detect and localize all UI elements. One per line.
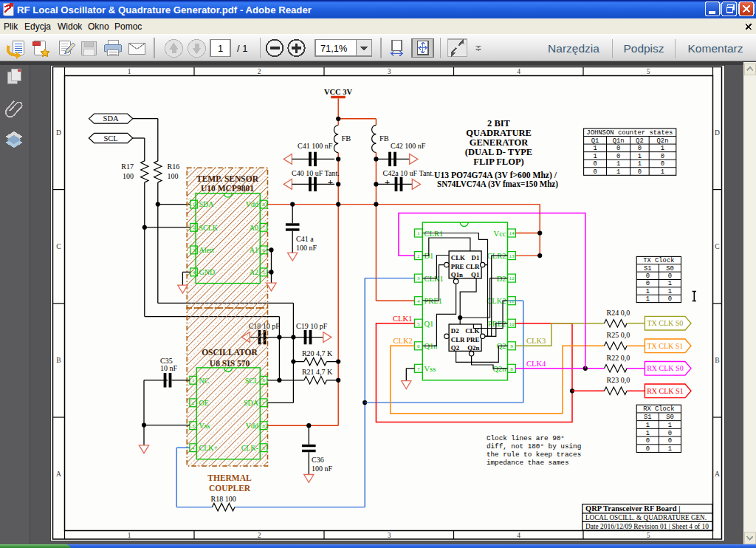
svg-text:Q1n: Q1n	[613, 137, 625, 145]
svg-text:SCL: SCL	[103, 134, 117, 143]
svg-text:100: 100	[168, 172, 179, 180]
svg-text:2: 2	[193, 225, 195, 230]
svg-text:8: 8	[262, 377, 264, 383]
svg-text:Vss: Vss	[199, 422, 210, 430]
svg-text:R24 0,0: R24 0,0	[607, 309, 630, 317]
svg-text:100 nF: 100 nF	[312, 465, 333, 473]
svg-text:1: 1	[417, 230, 420, 236]
svg-text:Alert: Alert	[199, 246, 215, 254]
svg-text:5: 5	[417, 321, 420, 327]
svg-text:U8 SIS 570: U8 SIS 570	[210, 359, 250, 368]
svg-text:Q2: Q2	[636, 137, 644, 145]
svg-text:A2: A2	[250, 268, 258, 276]
svg-text:0: 0	[668, 295, 672, 303]
svg-text:SCL: SCL	[245, 377, 258, 385]
svg-text:71,1%: 71,1%	[320, 43, 347, 54]
svg-text:3: 3	[192, 423, 194, 428]
svg-text:8: 8	[510, 366, 513, 372]
svg-text:Komentarz: Komentarz	[688, 42, 743, 55]
svg-text:Q2n: Q2n	[467, 344, 479, 352]
svg-text:U10 MCP9801: U10 MCP9801	[201, 184, 254, 193]
svg-text:R22 0,0: R22 0,0	[607, 354, 630, 362]
svg-text:10 nF: 10 nF	[160, 364, 178, 372]
svg-text:QRP Transceiver RF Board |: QRP Transceiver RF Board |	[585, 504, 681, 513]
svg-text:D2: D2	[451, 327, 459, 335]
svg-text:0: 0	[616, 153, 620, 160]
svg-text:2: 2	[192, 400, 194, 405]
svg-text:CLK4: CLK4	[526, 360, 546, 368]
svg-text:1: 1	[616, 168, 620, 176]
svg-text:1: 1	[616, 160, 620, 168]
svg-text:RX CLK S0: RX CLK S0	[647, 364, 683, 372]
svg-text:C: C	[56, 243, 61, 250]
svg-text:4: 4	[517, 68, 520, 75]
svg-text:10: 10	[509, 321, 515, 327]
svg-text:Q1: Q1	[591, 137, 599, 145]
svg-text:S1: S1	[644, 265, 652, 273]
svg-text:S1: S1	[644, 414, 652, 421]
svg-text:D: D	[715, 129, 720, 137]
svg-text:SN74LVC74A (3V fmax=150 Mhz): SN74LVC74A (3V fmax=150 Mhz)	[437, 179, 558, 189]
svg-text:/ 1: / 1	[237, 43, 247, 54]
svg-text:A: A	[56, 470, 61, 478]
svg-text:B: B	[56, 357, 61, 364]
svg-text:0: 0	[638, 168, 642, 176]
svg-text:TX Clock: TX Clock	[643, 257, 674, 264]
svg-text:11: 11	[509, 298, 515, 304]
svg-text:9: 9	[510, 343, 513, 349]
svg-text:C36: C36	[312, 456, 324, 464]
svg-text:4: 4	[517, 532, 520, 539]
svg-text:Widok: Widok	[58, 21, 83, 32]
svg-text:1: 1	[668, 422, 672, 429]
svg-text:1: 1	[661, 145, 664, 152]
svg-text:THERMAL: THERMAL	[207, 473, 252, 482]
svg-text:Q1: Q1	[425, 320, 434, 328]
svg-text:6: 6	[417, 343, 420, 349]
svg-text:S0: S0	[666, 414, 674, 421]
svg-text:1: 1	[192, 377, 194, 383]
svg-text:A: A	[715, 470, 720, 478]
svg-text:QUADRATURE: QUADRATURE	[466, 128, 532, 138]
svg-text:diff, not 180° by using: diff, not 180° by using	[487, 442, 581, 451]
svg-text:1: 1	[128, 532, 131, 539]
svg-text:OSCILLATOR: OSCILLATOR	[202, 348, 258, 357]
svg-text:CLK3: CLK3	[526, 337, 546, 345]
svg-text:R20 4,7 K: R20 4,7 K	[302, 349, 333, 357]
svg-text:Edycja: Edycja	[24, 21, 51, 32]
svg-text:Vss: Vss	[425, 365, 436, 373]
svg-text:7: 7	[417, 366, 420, 372]
svg-text:TX CLK S0: TX CLK S0	[647, 319, 683, 327]
svg-text:2 BIT: 2 BIT	[487, 118, 511, 129]
svg-text:Narzędzia: Narzędzia	[548, 42, 599, 55]
svg-text:D: D	[56, 129, 61, 137]
svg-text:C: C	[715, 243, 719, 250]
svg-text:SDA: SDA	[199, 200, 215, 208]
svg-text:0: 0	[646, 445, 650, 453]
svg-text:1: 1	[646, 288, 650, 295]
svg-text:1: 1	[193, 202, 195, 207]
svg-text:8: 8	[262, 202, 264, 207]
svg-text:2: 2	[417, 253, 420, 259]
svg-text:CLK2: CLK2	[394, 337, 413, 345]
svg-text:OE: OE	[199, 399, 209, 407]
svg-text:C42 100 nF: C42 100 nF	[391, 142, 426, 150]
svg-text:the rule to keep traces: the rule to keep traces	[487, 451, 581, 459]
svg-text:PRE: PRE	[451, 263, 464, 270]
svg-text:GENERATOR: GENERATOR	[470, 137, 529, 148]
svg-text:3: 3	[388, 68, 391, 75]
svg-text:Date 2016/12/09 Revision 01: Date 2016/12/09 Revision 01 | Sheet 4 of…	[585, 523, 709, 530]
svg-text:CLR: CLR	[451, 336, 465, 343]
svg-text:1: 1	[638, 153, 642, 160]
svg-text:1: 1	[128, 68, 131, 75]
svg-text:100: 100	[123, 172, 134, 180]
svg-text:+: +	[385, 177, 390, 188]
svg-text:RX CLK S1: RX CLK S1	[647, 387, 683, 395]
svg-text:2: 2	[258, 532, 261, 539]
svg-text:CLK-: CLK-	[241, 444, 258, 452]
svg-text:Vdd: Vdd	[246, 200, 258, 208]
svg-text:D1: D1	[472, 254, 480, 261]
svg-text:5: 5	[262, 270, 264, 275]
svg-text:FB: FB	[379, 134, 389, 143]
svg-text:Podpisz: Podpisz	[623, 42, 664, 55]
svg-text:12: 12	[509, 275, 515, 281]
